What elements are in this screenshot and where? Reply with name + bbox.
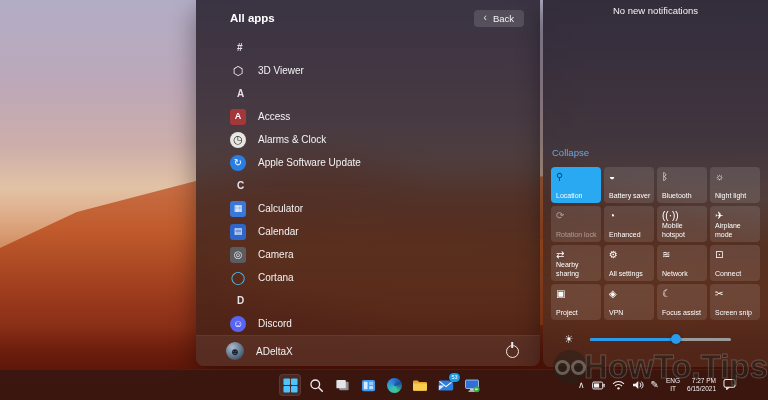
quick-tile-enhanced[interactable]: ◔ Enhanced (604, 206, 654, 242)
brightness-slider-fill (590, 338, 676, 341)
notification-center-button[interactable] (723, 376, 736, 394)
update-icon: ↻ (230, 155, 246, 171)
quick-tile-vpn[interactable]: ◈ VPN (604, 284, 654, 320)
power-button[interactable] (502, 341, 522, 361)
task-view-button[interactable] (331, 374, 353, 396)
edge-icon (387, 378, 402, 393)
quick-tile-battery-saver[interactable]: ◒ Battery saver (604, 167, 654, 203)
settings-gear-icon: ⚙ (609, 250, 651, 260)
camera-icon: ◎ (230, 247, 246, 263)
wifi-icon[interactable] (612, 376, 625, 394)
battery-icon[interactable] (592, 376, 605, 394)
collapse-link[interactable]: Collapse (552, 147, 589, 158)
chevron-left-icon: ‹ (484, 13, 487, 23)
night-light-icon: ☼ (715, 172, 757, 182)
back-button[interactable]: ‹ Back (474, 10, 524, 27)
quick-tile-project[interactable]: ▣ Project (551, 284, 601, 320)
app-list: # ⬡ 3D Viewer A A Access ◷ Alarms & Cloc… (196, 33, 540, 335)
bluetooth-icon: ᛒ (662, 172, 704, 182)
all-apps-header: All apps ‹ Back (196, 0, 540, 33)
screen-snip-icon: ✂ (715, 289, 757, 299)
airplane-mode-icon: ✈ (715, 211, 757, 221)
file-explorer-button[interactable] (409, 374, 431, 396)
volume-icon[interactable] (632, 376, 644, 394)
app-item-cortana[interactable]: ◯ Cortana (196, 266, 540, 289)
connect-icon: ⊡ (715, 250, 757, 260)
network-icon: ≋ (662, 250, 704, 260)
enhanced-icon: ◔ (609, 211, 651, 221)
battery-saver-icon: ◒ (609, 172, 651, 182)
taskbar-tray: ∧ ✎ ENG IT 7:27 PM 6/15/2021 (578, 370, 736, 400)
no-notifications-text: No new notifications (543, 5, 768, 16)
clock[interactable]: 7:27 PM 6/15/2021 (687, 377, 716, 394)
discord-icon: ☺ (230, 316, 246, 332)
focus-assist-icon: ☾ (662, 289, 704, 299)
mail-button[interactable]: 53 (435, 374, 457, 396)
quick-tile-airplane-mode[interactable]: ✈ Airplane mode (710, 206, 760, 242)
app-item-calendar[interactable]: ▤ Calendar (196, 220, 540, 243)
quick-tile-rotation-lock[interactable]: ⟳ Rotation lock (551, 206, 601, 242)
brightness-slider[interactable] (590, 338, 731, 341)
section-header-d: D (196, 289, 540, 312)
brightness-sun-icon: ☀ (559, 333, 579, 346)
quick-tile-bluetooth[interactable]: ᛒ Bluetooth (657, 167, 707, 203)
quick-tile-location[interactable]: ⚲ Location (551, 167, 601, 203)
quick-tile-screen-snip[interactable]: ✂ Screen snip (710, 284, 760, 320)
widgets-icon (361, 378, 376, 393)
quick-tile-connect[interactable]: ⊡ Connect (710, 245, 760, 281)
quick-settings-grid: ⚲ Location ◒ Battery saver ᛒ Bluetooth ☼… (551, 167, 760, 320)
nearby-sharing-icon: ⇄ (556, 250, 598, 260)
quick-tile-focus-assist[interactable]: ☾ Focus assist (657, 284, 707, 320)
power-icon (506, 345, 519, 358)
clock-icon: ◷ (230, 132, 246, 148)
pc-network-button[interactable] (461, 374, 483, 396)
quick-tile-nearby-sharing[interactable]: ⇄ Nearby sharing (551, 245, 601, 281)
hidden-icons-chevron[interactable]: ∧ (578, 381, 585, 390)
vpn-icon: ◈ (609, 289, 651, 299)
app-item-camera[interactable]: ◎ Camera (196, 243, 540, 266)
action-center-panel: No new notifications Collapse ⚲ Location… (543, 0, 768, 367)
calculator-icon: ▦ (230, 201, 246, 217)
quick-tile-all-settings[interactable]: ⚙ All settings (604, 245, 654, 281)
app-item-alarms-clock[interactable]: ◷ Alarms & Clock (196, 128, 540, 151)
rotation-lock-icon: ⟳ (556, 211, 598, 221)
quick-tile-network[interactable]: ≋ Network (657, 245, 707, 281)
pen-icon[interactable]: ✎ (651, 380, 659, 390)
taskbar: 53 ∧ ✎ ENG IT 7:27 PM 6/1 (0, 369, 768, 400)
pc-icon (464, 378, 480, 393)
edge-browser-button[interactable] (383, 374, 405, 396)
language-indicator[interactable]: ENG IT (666, 377, 680, 394)
app-item-discord[interactable]: ☺ Discord (196, 312, 540, 335)
location-icon: ⚲ (556, 172, 598, 182)
cube-icon: ⬡ (230, 63, 246, 79)
language-line1: ENG (666, 377, 680, 385)
quick-tile-mobile-hotspot[interactable]: ((·)) Mobile hotspot (657, 206, 707, 242)
mail-unread-badge: 53 (449, 373, 460, 382)
brightness-row: ☀ (551, 329, 760, 349)
section-header-hash: # (196, 36, 540, 59)
start-button[interactable] (279, 374, 301, 396)
windows-logo-icon (283, 378, 298, 393)
task-view-icon (335, 378, 350, 393)
clock-time: 7:27 PM (687, 377, 716, 385)
calendar-icon: ▤ (230, 224, 246, 240)
app-item-3d-viewer[interactable]: ⬡ 3D Viewer (196, 59, 540, 82)
taskbar-center-icons: 53 (279, 370, 483, 400)
search-button[interactable] (305, 374, 327, 396)
all-apps-title: All apps (230, 12, 275, 24)
notification-bubble-icon (723, 378, 736, 390)
cortana-ring-icon: ◯ (230, 270, 246, 286)
project-icon: ▣ (556, 289, 598, 299)
language-line2: IT (666, 385, 680, 393)
section-header-c: C (196, 174, 540, 197)
user-name: ADeltaX (256, 346, 293, 357)
app-item-apple-software-update[interactable]: ↻ Apple Software Update (196, 151, 540, 174)
avatar: ☻ (226, 342, 244, 360)
user-row[interactable]: ☻ ADeltaX (196, 335, 540, 366)
app-item-access[interactable]: A Access (196, 105, 540, 128)
quick-tile-night-light[interactable]: ☼ Night light (710, 167, 760, 203)
brightness-slider-thumb[interactable] (671, 334, 681, 344)
back-button-label: Back (493, 13, 514, 24)
app-item-calculator[interactable]: ▦ Calculator (196, 197, 540, 220)
widgets-button[interactable] (357, 374, 379, 396)
